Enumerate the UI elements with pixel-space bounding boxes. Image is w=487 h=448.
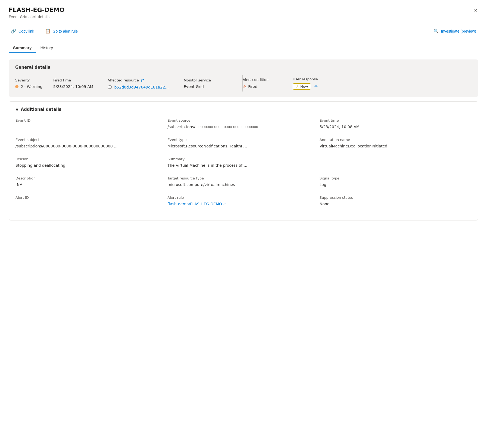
event-subject-value: /subscriptions/0000000-0000-0000-0000000… [15, 144, 167, 148]
alert-id-label: Alert ID [15, 195, 167, 200]
signal-type-cell: Signal type Log [320, 176, 472, 195]
target-resource-type-cell: Target resource type microsoft.compute/v… [167, 176, 319, 195]
general-details-title: General details [15, 65, 472, 70]
summary-value: The Virtual Machine is in the process of… [167, 163, 319, 168]
tabs: Summary History [9, 38, 478, 53]
user-response-value: ↗ New ✏ [293, 83, 342, 90]
signal-type-value: Log [320, 182, 472, 187]
additional-details-card: ∨ Additional details Event ID Event sour… [9, 101, 478, 220]
copy-link-label: Copy link [18, 29, 34, 33]
affected-resource-cell: Affected resource ⇄ 💬 b52d0d3d947649d181… [108, 78, 184, 89]
severity-value: 2 - Warning [15, 84, 53, 89]
event-time-value: 5/23/2024, 10:08 AM [320, 125, 472, 129]
investigate-button[interactable]: 🔍 Investigate (preview) [431, 27, 478, 35]
alert-condition-value: ⚠ Fired [243, 84, 293, 89]
reason-label: Reason [15, 157, 167, 161]
event-source-value: /subscriptions/ 00000000-0000-0000-00000… [167, 125, 319, 129]
event-id-label: Event ID [15, 118, 167, 122]
investigate-label: Investigate (preview) [441, 29, 476, 33]
panel-header: FLASH-EG-DEMO Event Grid alert details × [9, 7, 478, 19]
severity-cell: Severity 2 - Warning [15, 78, 53, 89]
severity-label: Severity [15, 78, 53, 82]
general-details-card: General details Severity 2 - Warning Fir… [9, 59, 478, 97]
new-badge-icon: ↗ [296, 84, 299, 89]
event-time-cell: Event time 5/23/2024, 10:08 AM [320, 118, 472, 138]
annotation-name-value: VirtualMachineDeallocationInitiated [320, 144, 472, 148]
external-link-icon: ↗ [223, 202, 226, 206]
fired-warning-icon: ⚠ [243, 84, 246, 89]
reason-value: Stopping and deallocating [15, 163, 167, 168]
event-type-cell: Event type Microsoft.ResourceNotificatio… [167, 138, 319, 157]
event-type-label: Event type [167, 138, 319, 142]
event-id-cell: Event ID [15, 118, 167, 138]
alert-rule-label: Alert rule [167, 195, 319, 200]
tab-history[interactable]: History [36, 43, 57, 53]
event-source-ellipsis-button[interactable]: ··· [259, 125, 265, 129]
additional-details-title: Additional details [21, 107, 61, 112]
monitor-service-value: Event Grid [184, 84, 238, 89]
event-type-value: Microsoft.ResourceNotifications.HealthR.… [167, 144, 319, 148]
edit-user-response-button[interactable]: ✏ [314, 84, 318, 89]
alert-condition-label: Alert condition [243, 78, 293, 82]
monitor-service-label: Monitor service [184, 78, 238, 82]
alert-rule-value: flash-demo/FLASH-EG-DEMO ↗ [167, 202, 319, 206]
alert-rule-cell: Alert rule flash-demo/FLASH-EG-DEMO ↗ [167, 195, 319, 215]
close-button[interactable]: × [473, 7, 478, 14]
chevron-down-icon: ∨ [15, 107, 18, 112]
affected-resource-icon: ⇄ [141, 78, 144, 83]
suppression-status-cell: Suppression status None [320, 195, 472, 215]
toolbar-right: 🔍 Investigate (preview) [431, 27, 478, 35]
alert-id-cell: Alert ID [15, 195, 167, 215]
event-subject-cell: Event subject /subscriptions/0000000-000… [15, 138, 167, 157]
copy-link-button[interactable]: 🔗 Copy link [9, 27, 36, 35]
alert-panel: FLASH-EG-DEMO Event Grid alert details ×… [0, 0, 487, 231]
new-badge[interactable]: ↗ New [293, 83, 311, 90]
resource-type-icon: 💬 [108, 85, 112, 89]
panel-title-group: FLASH-EG-DEMO Event Grid alert details [9, 7, 65, 19]
goto-alert-rule-label: Go to alert rule [53, 29, 78, 33]
event-subject-label: Event subject [15, 138, 167, 142]
description-value: -NA- [15, 182, 167, 187]
investigate-icon: 🔍 [433, 29, 439, 34]
tab-summary[interactable]: Summary [9, 43, 36, 53]
alert-condition-cell: Alert condition ⚠ Fired [238, 78, 293, 89]
goto-alert-rule-icon: 📋 [45, 29, 51, 34]
panel-subtitle: Event Grid alert details [9, 15, 65, 19]
target-resource-type-label: Target resource type [167, 176, 319, 180]
panel-title: FLASH-EG-DEMO [9, 7, 65, 14]
copy-link-icon: 🔗 [11, 29, 16, 34]
suppression-status-value: None [320, 202, 472, 206]
affected-resource-value[interactable]: 💬 b52d0d3d947649d181a22... [108, 85, 184, 89]
toolbar: 🔗 Copy link 📋 Go to alert rule 🔍 Investi… [9, 24, 478, 38]
alert-rule-link[interactable]: flash-demo/FLASH-EG-DEMO ↗ [167, 202, 319, 206]
user-response-cell: User response ↗ New ✏ [293, 77, 342, 90]
event-time-label: Event time [320, 118, 472, 122]
empty-cell-1 [320, 157, 472, 176]
event-source-label: Event source [167, 118, 319, 122]
description-label: Description [15, 176, 167, 180]
user-response-label: User response [293, 77, 342, 81]
monitor-service-cell: Monitor service Event Grid [184, 78, 238, 89]
affected-resource-label: Affected resource ⇄ [108, 78, 184, 83]
event-source-cell: Event source /subscriptions/ 00000000-00… [167, 118, 319, 138]
additional-details-grid: Event ID Event source /subscriptions/ 00… [15, 118, 472, 215]
fired-time-cell: Fired time 5/23/2024, 10:09 AM [53, 78, 108, 89]
annotation-name-label: Annotation name [320, 138, 472, 142]
summary-cell: Summary The Virtual Machine is in the pr… [167, 157, 319, 176]
summary-label: Summary [167, 157, 319, 161]
fired-time-value: 5/23/2024, 10:09 AM [53, 84, 108, 89]
severity-dot-icon [15, 85, 18, 88]
additional-details-header[interactable]: ∨ Additional details [15, 107, 472, 112]
target-resource-type-value: microsoft.compute/virtualmachines [167, 182, 319, 187]
goto-alert-rule-button[interactable]: 📋 Go to alert rule [43, 27, 80, 35]
annotation-name-cell: Annotation name VirtualMachineDeallocati… [320, 138, 472, 157]
general-details-grid: Severity 2 - Warning Fired time 5/23/202… [15, 75, 472, 92]
fired-time-label: Fired time [53, 78, 108, 82]
description-cell: Description -NA- [15, 176, 167, 195]
reason-cell: Reason Stopping and deallocating [15, 157, 167, 176]
suppression-status-label: Suppression status [320, 195, 472, 200]
signal-type-label: Signal type [320, 176, 472, 180]
